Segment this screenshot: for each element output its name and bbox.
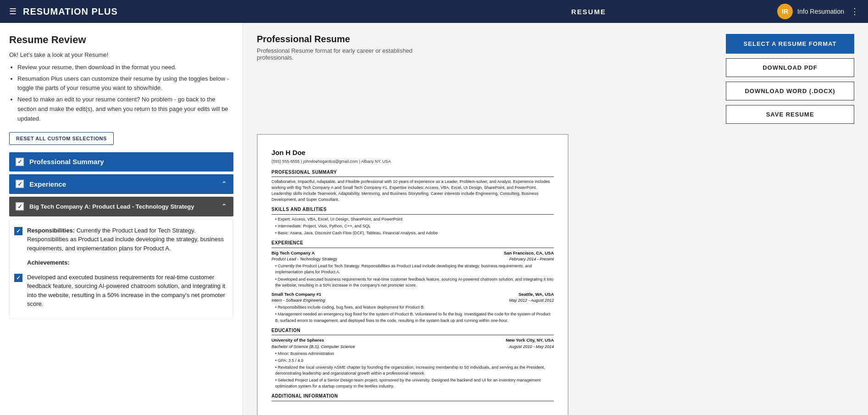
job1-bullet2: • Developed and executed business requir… xyxy=(275,277,554,288)
job2-dates: May 2012 - August 2012 xyxy=(509,298,554,304)
achievements-header-item: Achievements: xyxy=(14,258,228,267)
job2-role: Intern - Software Engineering May 2012 -… xyxy=(271,298,554,304)
school-bullet3: • Revitalized the local university ASME … xyxy=(275,365,554,376)
detail-items: Responsibilities: Currently the Product … xyxy=(9,219,233,319)
select-format-button[interactable]: SELECT A RESUME FORMAT xyxy=(726,34,854,54)
job1-role: Product Lead - Technology Strategy Febru… xyxy=(271,256,554,262)
download-pdf-button[interactable]: DOWNLOAD PDF xyxy=(726,58,854,77)
responsibilities-header: Responsibilities: xyxy=(27,227,75,234)
degree-name: Bachelor of Science (B.S), Computer Scie… xyxy=(271,344,355,350)
professional-summary-label: Professional Summary xyxy=(29,158,227,166)
download-word-button[interactable]: DOWNLOAD WORD (.DOCX) xyxy=(726,82,854,100)
skill-expert: • Expert: Access, VBA, Excel, UI Design,… xyxy=(275,216,554,222)
resume-title: Professional Resume xyxy=(257,34,712,44)
responsibilities-checkbox[interactable] xyxy=(14,227,22,235)
school-header: University of the Spheres New York City,… xyxy=(271,337,554,343)
job2-bullet1: • Responsibilities include coding, bug f… xyxy=(275,304,554,310)
resume-header-section: Professional Resume Professional Resume … xyxy=(257,34,854,124)
main-layout: Resume Review Ok! Let's take a look at y… xyxy=(0,23,868,415)
page-title: Resume Review xyxy=(9,34,233,46)
job1-role-title: Product Lead - Technology Strategy xyxy=(271,256,337,262)
job1-bullet1: • Currently the Product Lead for Tech St… xyxy=(275,263,554,275)
experience-checkbox[interactable] xyxy=(16,180,24,188)
skills-title: SKILLS AND ABILITIES xyxy=(271,206,554,215)
skill-basic: • Basic: Asana, Java, Discount Cash Flow… xyxy=(275,230,554,236)
school-name: University of the Spheres xyxy=(271,337,324,343)
instructions: Ok! Let's take a look at your Resume! Re… xyxy=(9,50,233,124)
job1-company: Big Tech Company A xyxy=(271,250,315,256)
nav-center-label: RESUME xyxy=(400,8,778,16)
responsibilities-text: Responsibilities: Currently the Product … xyxy=(27,226,228,253)
bigtechcompany-section: Big Tech Company A: Product Lead - Techn… xyxy=(9,197,233,216)
experience-label: Experience xyxy=(29,180,221,188)
professional-summary-toggle[interactable]: Professional Summary xyxy=(9,152,233,172)
achievements-header-text: Achievements: xyxy=(27,258,69,267)
school-bullet4: • Selected Project Lead of a Senior Desi… xyxy=(275,377,554,389)
left-panel: Resume Review Ok! Let's take a look at y… xyxy=(0,23,243,415)
professional-summary-section: Professional Summary xyxy=(9,152,233,172)
job2-location: Seattle, WA, USA xyxy=(519,291,554,298)
action-buttons: SELECT A RESUME FORMAT DOWNLOAD PDF DOWN… xyxy=(726,34,854,124)
skill-intermediate: • Intermediate: Project, Visio, Python, … xyxy=(275,223,554,229)
save-resume-button[interactable]: SAVE RESUME xyxy=(726,105,854,124)
nav-right: IR Info Resumation ⋮ xyxy=(777,4,859,19)
reset-button[interactable]: RESET ALL CUSTOM SELECTIONS xyxy=(9,132,114,145)
responsibilities-item: Responsibilities: Currently the Product … xyxy=(14,226,228,253)
school-dates: August 2010 - May 2014 xyxy=(509,344,554,350)
bigtechcompany-label: Big Tech Company A: Product Lead - Techn… xyxy=(29,203,221,210)
resume-desc: Professional Resume format for early car… xyxy=(257,47,431,61)
school-degree: Bachelor of Science (B.S), Computer Scie… xyxy=(271,344,554,350)
resume-contact: (555) 555-5555 | johndoehogardus@gmail.c… xyxy=(271,159,554,165)
prof-summary-title: PROFESSIONAL SUMMARY xyxy=(271,169,554,177)
achievement-text: Developed and executed business requirem… xyxy=(27,273,228,309)
job1-header: Big Tech Company A San Francisco, CA, US… xyxy=(271,250,554,256)
instruction-list: Review your resume, then download in the… xyxy=(9,63,233,124)
education-title: EDUCATION xyxy=(271,327,554,336)
bigtechcompany-checkbox[interactable] xyxy=(16,202,24,210)
achievements-label: Achievements: xyxy=(27,259,69,266)
school-bullet1: • Minor: Business Administration xyxy=(275,351,554,357)
resume-name: Jon H Doe xyxy=(271,148,554,158)
menu-icon[interactable]: ☰ xyxy=(9,6,17,17)
bigtechcompany-toggle[interactable]: Big Tech Company A: Product Lead - Techn… xyxy=(9,197,233,216)
job2-header: Small Tech Company #1 Seattle, WA, USA xyxy=(271,291,554,298)
job2-bullet2: • Management needed an emergency bug fix… xyxy=(275,311,554,323)
navbar: ☰ RESUMATION PLUS RESUME IR Info Resumat… xyxy=(0,0,868,23)
intro-text: Ok! Let's take a look at your Resume! xyxy=(9,50,233,60)
experience-expand-icon[interactable]: ⌃ xyxy=(221,180,227,188)
school-bullet2: • GPA: 3.5 / 4.0 xyxy=(275,358,554,364)
experience-section: Experience ⌃ xyxy=(9,174,233,194)
right-panel: Professional Resume Professional Resume … xyxy=(243,23,868,415)
achievement-checkbox[interactable] xyxy=(14,274,22,282)
username-label: Info Resumation xyxy=(797,8,844,15)
experience-toggle[interactable]: Experience ⌃ xyxy=(9,174,233,194)
professional-summary-checkbox[interactable] xyxy=(16,158,24,166)
instruction-item: Need to make an edit to your resume cont… xyxy=(17,95,233,123)
school-location: New York City, NY, USA xyxy=(506,337,554,343)
achievement-item: Developed and executed business requirem… xyxy=(14,273,228,309)
prof-summary-body: Collaborative, Impactful, Adaptable, and… xyxy=(271,179,554,203)
resume-title-block: Professional Resume Professional Resume … xyxy=(257,34,712,61)
experience-title: EXPERIENCE xyxy=(271,240,554,248)
more-options-icon[interactable]: ⋮ xyxy=(851,6,859,17)
avatar: IR xyxy=(777,4,793,19)
additional-title: ADDITIONAL INFORMATION xyxy=(271,393,554,401)
instruction-item: Review your resume, then download in the… xyxy=(17,63,233,72)
bigtechcompany-expand-icon[interactable]: ⌃ xyxy=(221,202,227,211)
instruction-item: Resumation Plus users can customize thei… xyxy=(17,74,233,94)
job2-company: Small Tech Company #1 xyxy=(271,291,321,298)
job1-location: San Francisco, CA, USA xyxy=(504,250,554,256)
job2-role-title: Intern - Software Engineering xyxy=(271,298,325,304)
brand-logo: RESUMATION PLUS xyxy=(23,6,400,17)
resume-preview: Jon H Doe (555) 555-5555 | johndoehogard… xyxy=(257,134,569,415)
job1-dates: February 2014 - Present xyxy=(509,256,554,262)
